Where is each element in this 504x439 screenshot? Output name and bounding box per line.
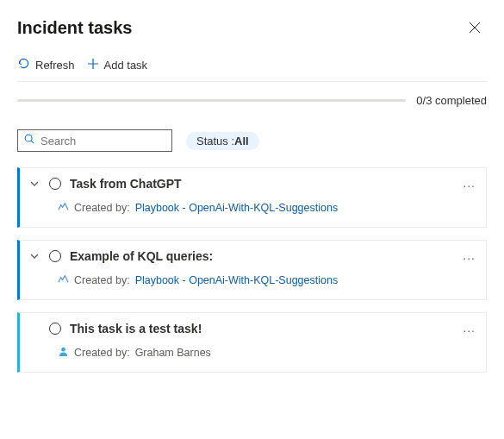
task-head: Example of KQL queries:	[28, 249, 476, 263]
filter-row: Status : All	[17, 129, 487, 152]
task-more-button[interactable]: ···	[463, 323, 476, 337]
created-by-text: Graham Barnes	[135, 347, 211, 359]
task-title: Task from ChatGPT	[70, 177, 182, 191]
progress-row: 0/3 completed	[17, 94, 487, 107]
task-more-button[interactable]: ···	[463, 251, 476, 265]
task-card: Example of KQL queries: ··· Created by: …	[17, 240, 487, 300]
refresh-button[interactable]: Refresh	[17, 57, 75, 72]
created-by-link[interactable]: Playbook - OpenAi-With-KQL-Suggestions	[135, 202, 339, 214]
created-by-link[interactable]: Playbook - OpenAi-With-KQL-Suggestions	[135, 274, 339, 286]
created-by-prefix: Created by:	[74, 347, 130, 359]
svg-point-0	[25, 135, 32, 141]
task-status-toggle[interactable]	[49, 323, 61, 335]
task-more-button[interactable]: ···	[463, 179, 476, 192]
task-list: Task from ChatGPT ··· Created by: Playbo…	[17, 167, 487, 373]
task-title: This task is a test task!	[70, 322, 202, 336]
header-row: Incident tasks	[17, 16, 487, 40]
playbook-icon	[58, 201, 69, 215]
task-created-by: Created by: Playbook - OpenAi-With-KQL-S…	[58, 201, 476, 215]
plus-icon	[87, 58, 99, 72]
close-button[interactable]	[463, 16, 487, 40]
svg-point-1	[61, 348, 65, 352]
status-filter-prefix: Status :	[196, 135, 234, 147]
page-title: Incident tasks	[17, 18, 132, 38]
playbook-icon	[58, 273, 69, 287]
created-by-prefix: Created by:	[74, 274, 130, 286]
task-title: Example of KQL queries:	[70, 249, 213, 263]
task-head: Task from ChatGPT	[28, 177, 476, 191]
toolbar: Refresh Add task	[17, 57, 487, 82]
task-card: This task is a test task! ··· Created by…	[17, 312, 487, 373]
refresh-label: Refresh	[35, 59, 75, 72]
task-created-by: Created by: Playbook - OpenAi-With-KQL-S…	[58, 273, 476, 287]
task-status-toggle[interactable]	[49, 178, 61, 190]
task-created-by: Created by: Graham Barnes	[58, 346, 476, 360]
add-task-label: Add task	[104, 59, 148, 72]
search-icon	[23, 133, 35, 148]
task-card: Task from ChatGPT ··· Created by: Playbo…	[17, 167, 487, 228]
status-filter-value: All	[234, 135, 249, 147]
progress-bar	[17, 99, 406, 102]
incident-tasks-panel: Incident tasks Refresh Add task 0/3 comp…	[0, 0, 504, 373]
user-icon	[58, 346, 69, 360]
add-task-button[interactable]: Add task	[87, 58, 148, 72]
close-icon	[469, 22, 481, 34]
refresh-icon	[17, 57, 30, 72]
created-by-prefix: Created by:	[74, 202, 130, 214]
task-status-toggle[interactable]	[49, 250, 61, 262]
search-box[interactable]	[17, 129, 172, 152]
chevron-down-icon[interactable]	[28, 251, 40, 261]
progress-text: 0/3 completed	[416, 94, 487, 107]
chevron-down-icon[interactable]	[28, 179, 40, 189]
status-filter[interactable]: Status : All	[186, 132, 259, 150]
task-head: This task is a test task!	[28, 322, 476, 336]
search-input[interactable]	[35, 135, 166, 147]
